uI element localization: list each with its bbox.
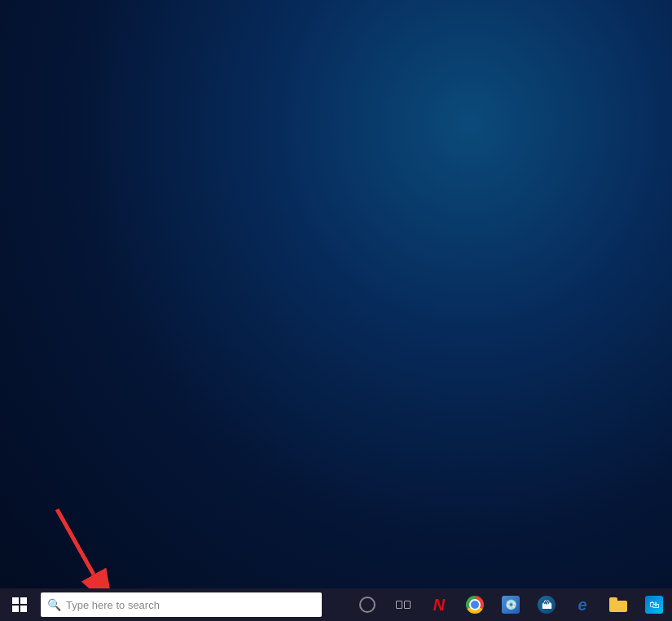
- chrome-button[interactable]: [457, 588, 493, 621]
- chrome-icon: [466, 596, 484, 614]
- taskview-icon: [396, 601, 411, 609]
- photos-button[interactable]: 🏔: [529, 588, 564, 621]
- groove-icon: 💿: [502, 596, 520, 614]
- taskbar-icons: N 💿 🏔 e: [349, 588, 672, 621]
- netflix-icon: N: [433, 596, 445, 614]
- start-button[interactable]: [0, 588, 39, 621]
- cortana-button[interactable]: [349, 588, 385, 621]
- windows-logo-icon: [12, 597, 27, 612]
- search-icon: 🔍: [47, 598, 61, 611]
- store-button[interactable]: 🛍: [636, 588, 672, 621]
- search-placeholder-text: Type here to search: [66, 599, 160, 611]
- netflix-button[interactable]: N: [421, 588, 457, 621]
- groove-button[interactable]: 💿: [493, 588, 529, 621]
- store-icon: 🛍: [645, 596, 663, 614]
- annotation-arrow: [33, 501, 114, 591]
- cortana-icon: [359, 597, 376, 613]
- edge-button[interactable]: e: [564, 588, 600, 621]
- taskbar: 🔍 Type here to search N: [0, 588, 672, 621]
- explorer-icon: [609, 597, 627, 612]
- search-bar[interactable]: 🔍 Type here to search: [41, 592, 322, 617]
- edge-icon: e: [578, 596, 586, 614]
- desktop: 🔍 Type here to search N: [0, 0, 672, 621]
- photos-icon: 🏔: [538, 596, 556, 614]
- taskview-button[interactable]: [385, 588, 421, 621]
- svg-line-1: [57, 509, 94, 575]
- explorer-button[interactable]: [600, 588, 636, 621]
